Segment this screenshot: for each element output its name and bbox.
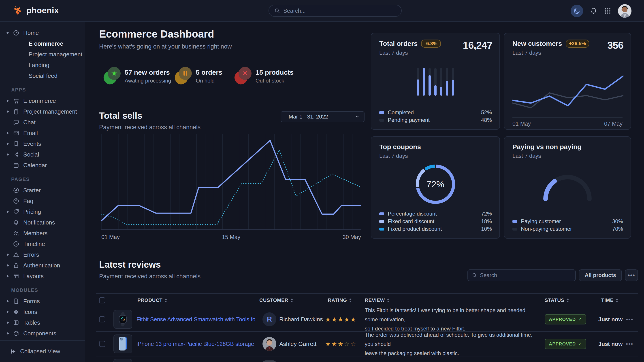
order-bar [434, 68, 436, 96]
sidebar-item-chat[interactable]: Chat [0, 117, 85, 128]
sidebar-item-email[interactable]: Email [0, 128, 85, 138]
sidebar-item-icons[interactable]: Icons [0, 307, 85, 317]
total-orders-change-badge: -6.8% [421, 39, 440, 48]
stat-out-of-stock: ✕15 productsOut of stock [234, 67, 294, 84]
sidebar-subitem-social-feed[interactable]: Social feed [0, 70, 85, 81]
theme-toggle-button[interactable] [570, 5, 583, 17]
date-range-select[interactable]: Mar 1 - 31, 2022 [280, 111, 364, 122]
legend-label: Fixed card discount [388, 218, 434, 225]
cart-icon [9, 97, 23, 104]
sidebar-subitem-e-commerce[interactable]: E commerce [0, 38, 85, 49]
column-header-status[interactable]: STATUS [545, 297, 569, 303]
star-empty-icon: ☆ [350, 341, 356, 348]
sidebar-item-label: Forms [23, 298, 40, 305]
legend-chip [379, 119, 384, 122]
reviews-more-button[interactable]: ••• [625, 269, 638, 281]
new-customers-sparkline [512, 64, 624, 118]
user-avatar-image [618, 4, 632, 18]
bookmark-icon [9, 140, 23, 147]
lock-icon [9, 262, 23, 269]
sidebar-item-members[interactable]: Members [0, 228, 85, 239]
sidebar-item-label: Faq [23, 198, 33, 205]
top-navbar: phoenix [0, 0, 644, 22]
product-thumbnail[interactable] [114, 335, 132, 353]
reviews-search[interactable] [468, 269, 576, 281]
sidebar-item-label: Starter [23, 187, 41, 194]
product-thumbnail[interactable] [114, 310, 132, 329]
help-icon [9, 198, 23, 204]
legend-label: Paying customer [521, 218, 561, 225]
x-label-end: 30 May [342, 234, 361, 240]
main-content: Ecommerce Dashboard Here's what's going … [86, 22, 644, 362]
sidebar-subitem-project-management[interactable]: Project management [0, 49, 85, 60]
notifications-button[interactable] [590, 7, 598, 15]
select-all-checkbox[interactable] [99, 297, 105, 304]
customer-avatar [262, 337, 276, 351]
collapsed-view-button[interactable]: Collapsed View [10, 348, 60, 355]
sidebar-item-e-commerce[interactable]: E commerce [0, 95, 85, 106]
review-time: Just now [598, 316, 622, 323]
legend-label: Non-paying customer [521, 226, 572, 232]
sidebar-item-faq[interactable]: Faq [0, 196, 85, 206]
user-avatar[interactable] [618, 4, 632, 18]
star-filled-icon: ★ [344, 316, 350, 323]
brand-logo[interactable]: phoenix [13, 5, 59, 16]
sidebar-item-authentication[interactable]: Authentication [0, 260, 85, 271]
sidebar-item-errors[interactable]: Errors [0, 249, 85, 260]
sidebar-subitem-landing[interactable]: Landing [0, 60, 85, 70]
column-header-time[interactable]: TIME [601, 297, 618, 303]
sidebar-item-timeline[interactable]: Timeline [0, 239, 85, 249]
new-customers-x-start: 01 May [512, 120, 531, 127]
moon-icon [574, 7, 580, 14]
sidebar-item-project-management[interactable]: Project management [0, 106, 85, 117]
total-orders-card: Total orders -6.8% Last 7 days 16,247 Co… [371, 33, 500, 130]
rating-stars: ★★★☆☆ [325, 340, 357, 348]
caret-right-icon [0, 110, 9, 113]
legend-chip [379, 220, 384, 223]
chevron-down-icon [355, 114, 360, 119]
sidebar-item-label: E commerce [23, 97, 56, 104]
sidebar-item-home[interactable]: Home [0, 27, 85, 38]
reviews-search-input[interactable] [480, 272, 571, 278]
collapse-icon [10, 348, 16, 355]
new-customers-period: Last 7 days [512, 50, 589, 56]
sidebar-item-calendar[interactable]: Calendar [0, 160, 85, 171]
column-header-product[interactable]: PRODUCT [138, 297, 167, 303]
top-coupons-legend: Percentage discount72%Fixed card discoun… [379, 210, 492, 233]
table-header-row: PRODUCTCUSTOMERRATINGREVIEWSTATUSTIME [96, 293, 638, 307]
product-link[interactable]: Fitbit Sense Advanced Smartwatch with To… [136, 316, 260, 323]
legend-item-paying-customer: Paying customer30% [512, 218, 623, 225]
legend-item-non-paying-customer: Non-paying customer70% [512, 225, 623, 233]
sidebar-item-label: Icons [23, 309, 37, 316]
new-customers-change-badge: +26.5% [566, 39, 589, 48]
product-link[interactable]: iPhone 13 pro max-Pacific Blue-128GB sto… [136, 341, 254, 347]
top-coupons-card: Top coupons Last 7 days 72% Percentage d… [371, 136, 500, 239]
sidebar-item-pricing[interactable]: Pricing [0, 206, 85, 217]
star-filled-icon: ★ [338, 341, 344, 348]
column-header-rating[interactable]: RATING [328, 297, 352, 303]
star-empty-icon: ☆ [344, 341, 350, 348]
all-products-button[interactable]: All products [579, 269, 622, 281]
row-actions-button[interactable]: ••• [626, 341, 633, 348]
sidebar-item-forms[interactable]: Forms [0, 296, 85, 307]
sidebar-item-layouts[interactable]: Layouts [0, 271, 85, 282]
sidebar-item-events[interactable]: Events [0, 138, 85, 149]
row-checkbox[interactable] [99, 316, 105, 323]
column-header-customer[interactable]: CUSTOMER [259, 297, 293, 303]
apps-grid-button[interactable] [604, 7, 611, 14]
column-header-review[interactable]: REVIEW [365, 297, 390, 303]
sidebar-item-tables[interactable]: Tables [0, 317, 85, 328]
total-sells-subtitle: Payment received across all channels [99, 124, 200, 131]
sidebar-item-label: Social [23, 151, 39, 158]
navbar-search-input[interactable] [283, 7, 396, 14]
sidebar-item-starter[interactable]: Starter [0, 185, 85, 196]
navbar-search[interactable] [268, 5, 402, 17]
star-status-icon: ★ [104, 67, 120, 84]
sidebar-item-notifications[interactable]: Notifications [0, 217, 85, 228]
row-checkbox[interactable] [99, 341, 105, 347]
row-actions-button[interactable]: ••• [626, 316, 633, 323]
sidebar-item-components[interactable]: Components [0, 328, 85, 339]
sidebar-item-label: Timeline [23, 241, 45, 248]
pie-icon [9, 29, 23, 36]
sidebar-item-social[interactable]: Social [0, 149, 85, 160]
